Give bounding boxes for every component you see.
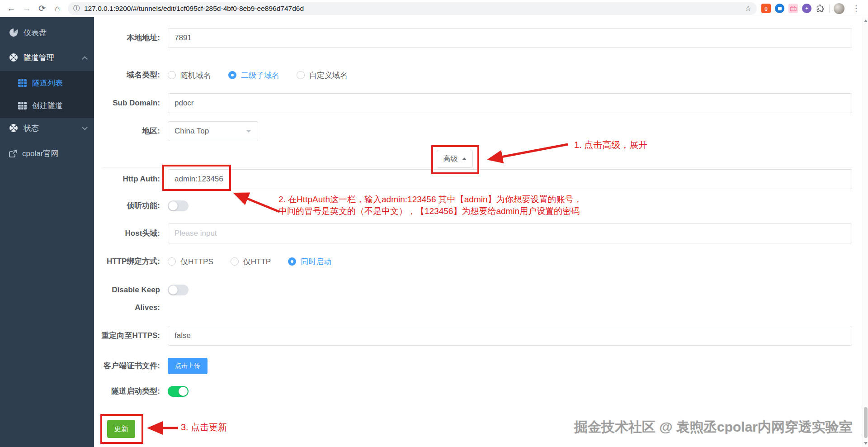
sidebar-item-label: 隧道列表: [32, 78, 63, 88]
radio-subdomain[interactable]: 二级子域名: [228, 70, 279, 81]
disable-keep-alives-label-line1: Disable Keep: [94, 285, 160, 295]
page-info-icon[interactable]: ⓘ: [73, 5, 80, 13]
sidebar-item-label: cpolar官网: [22, 148, 58, 159]
inspect-toggle[interactable]: [168, 200, 189, 211]
address-bar[interactable]: ⓘ 127.0.0.1:9200/#/tunnels/edit/1cf095cf…: [68, 2, 757, 15]
extension-bilibili-icon[interactable]: [788, 4, 798, 13]
extension-juejin-icon[interactable]: {}: [761, 4, 771, 13]
url-text[interactable]: 127.0.0.1:9200/#/tunnels/edit/1cf095cf-2…: [84, 5, 741, 13]
client-cert-label: 客户端证书文件:: [94, 358, 160, 374]
forward-icon[interactable]: →: [19, 2, 34, 15]
radio-icon: [231, 257, 239, 266]
sidebar-item-label: 状态: [24, 123, 39, 133]
form-row-host-header: Host头域:: [94, 224, 863, 243]
table-list-icon: [18, 79, 27, 87]
form-row-client-cert: 客户端证书文件: 点击上传: [94, 358, 863, 374]
browser-menu-icon[interactable]: ⋮: [849, 4, 863, 13]
annotation-arrow-1: [489, 144, 568, 159]
browser-toolbar: ← → ⟳ ⌂ ⓘ 127.0.0.1:9200/#/tunnels/edit/…: [0, 0, 868, 17]
radio-https-only[interactable]: 仅HTTPS: [168, 257, 213, 267]
tunnel-start-type-toggle[interactable]: [168, 386, 189, 397]
sidebar-item-tunnel-management[interactable]: 隧道管理: [0, 48, 94, 67]
annotation-step3: 3. 点击更新: [181, 421, 227, 433]
annotation-step1: 1. 点击高级，展开: [574, 139, 647, 151]
sidebar-item-create-tunnel[interactable]: 创建隧道: [0, 94, 94, 117]
domain-type-label: 域名类型:: [94, 67, 160, 83]
extensions-puzzle-icon[interactable]: [816, 4, 825, 13]
tunnel-edit-form: 本地地址: 域名类型: 随机域名 二级子域名 自定义域名 Sub Domain:…: [94, 17, 863, 447]
table-create-icon: [18, 102, 27, 109]
extension-purple-icon[interactable]: ✦: [802, 4, 811, 13]
annotation-step2: 2. 在HttpAuth这一栏，输入admin:123456 其中【admin】…: [278, 194, 582, 217]
external-link-icon: [9, 150, 17, 157]
sidebar-submenu: 隧道列表 创建隧道: [0, 71, 94, 118]
radio-custom-domain[interactable]: 自定义域名: [297, 70, 348, 81]
watermark-text: 掘金技术社区 @ 袁煦丞cpolar内网穿透实验室: [574, 418, 853, 437]
scrollbar-thumb[interactable]: [864, 407, 868, 438]
disable-keep-alives-label-line2: Alives:: [94, 302, 160, 313]
bookmark-star-icon[interactable]: ☆: [745, 4, 751, 13]
scroll-down-icon[interactable]: [864, 442, 868, 445]
disable-keep-alives-toggle[interactable]: [168, 285, 189, 295]
form-row-region: 地区: China Top: [94, 121, 863, 141]
region-label: 地区:: [94, 121, 160, 141]
host-header-label: Host头域:: [94, 224, 160, 243]
reload-icon[interactable]: ⟳: [34, 2, 50, 15]
form-row-http-auth: Http Auth:: [94, 169, 863, 189]
extension-blue-icon[interactable]: [775, 4, 784, 13]
local-address-label: 本地地址:: [94, 28, 160, 48]
annotation-step2-line1: 2. 在HttpAuth这一栏，输入admin:123456 其中【admin】…: [278, 194, 582, 205]
radio-both[interactable]: 同时启动: [288, 257, 331, 267]
tunnel-wheel-icon: [9, 53, 18, 62]
radio-http-only[interactable]: 仅HTTP: [231, 257, 271, 267]
toolbar-divider: [829, 5, 830, 13]
profile-avatar[interactable]: [834, 3, 844, 14]
region-select[interactable]: China Top: [168, 121, 258, 141]
scroll-up-icon[interactable]: [864, 19, 868, 22]
host-header-input[interactable]: [168, 224, 852, 243]
form-row-sub-domain: Sub Domain:: [94, 93, 863, 113]
http-auth-label: Http Auth:: [94, 169, 160, 189]
form-row-http-bind: HTTP绑定方式: 仅HTTPS 仅HTTP 同时启动: [94, 253, 863, 270]
radio-icon: [168, 71, 176, 79]
chevron-down-icon: [82, 124, 88, 130]
home-icon[interactable]: ⌂: [50, 2, 65, 15]
redirect-https-input[interactable]: [168, 326, 852, 346]
radio-icon: [297, 71, 305, 79]
redirect-https-label: 重定向至HTTPS:: [94, 326, 160, 346]
caret-up-icon: [462, 157, 467, 160]
annotation-step2-line2: 中间的冒号是英文的（不是中文），【123456】为想要给admin用户设置的密码: [278, 205, 582, 217]
advanced-toggle-button[interactable]: 高级: [437, 150, 473, 168]
sidebar-item-status[interactable]: 状态: [0, 118, 94, 138]
http-bind-label: HTTP绑定方式:: [94, 253, 160, 270]
sidebar-item-label: 隧道管理: [24, 52, 54, 63]
sidebar-item-dashboard[interactable]: 仪表盘: [0, 23, 94, 43]
region-selected-value: China Top: [175, 127, 209, 136]
sub-domain-input[interactable]: [168, 93, 852, 113]
sidebar: 仪表盘 隧道管理 隧道列表 创建隧道 状态 cpolar官网: [0, 17, 94, 447]
sidebar-item-label: 仪表盘: [24, 28, 47, 38]
extension-strip: {} ✦ ⋮: [761, 3, 868, 14]
form-row-local-address: 本地地址:: [94, 28, 863, 48]
status-wheel-icon: [9, 124, 18, 133]
radio-icon: [168, 257, 176, 266]
advanced-section-divider: [102, 167, 852, 167]
update-button[interactable]: 更新: [107, 420, 135, 438]
radio-selected-icon: [288, 257, 296, 266]
tunnel-start-type-label: 隧道启动类型:: [94, 386, 160, 397]
chevron-up-icon: [82, 56, 88, 62]
sidebar-item-cpolar-website[interactable]: cpolar官网: [0, 143, 94, 163]
form-row-domain-type: 域名类型: 随机域名 二级子域名 自定义域名: [94, 67, 863, 83]
sub-domain-label: Sub Domain:: [94, 93, 160, 113]
form-row-redirect-https: 重定向至HTTPS:: [94, 326, 863, 346]
sidebar-item-tunnel-list[interactable]: 隧道列表: [0, 71, 94, 94]
http-auth-input[interactable]: [168, 169, 852, 189]
upload-button[interactable]: 点击上传: [168, 358, 208, 374]
radio-random-domain[interactable]: 随机域名: [168, 70, 211, 81]
local-address-input[interactable]: [168, 28, 852, 48]
form-row-tunnel-start-type: 隧道启动类型:: [94, 386, 863, 397]
back-icon[interactable]: ←: [4, 2, 19, 15]
page-scrollbar[interactable]: [863, 17, 868, 447]
radio-selected-icon: [228, 71, 236, 79]
form-row-disable-keep-alives: Disable Keep: [94, 285, 863, 295]
